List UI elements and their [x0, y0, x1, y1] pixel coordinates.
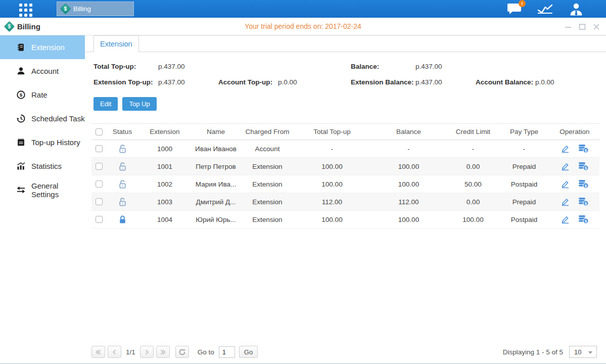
sidebar-item-extension[interactable]: Extension — [0, 35, 85, 59]
charged-from-cell: Extension — [240, 198, 295, 206]
balance-cell: 100.00 — [369, 180, 448, 188]
credit-limit-cell: 50.00 — [448, 180, 498, 188]
sidebar-item-topup-history[interactable]: Top-up History — [0, 130, 85, 154]
edit-pencil-icon[interactable] — [561, 144, 570, 153]
pay-type-cell: - — [498, 145, 550, 153]
operation-cell: $ — [550, 215, 599, 224]
resource-monitor-icon[interactable] — [537, 3, 553, 15]
maximize-button[interactable] — [579, 23, 586, 30]
billing-app-window: $ Billing ! — [0, 0, 606, 364]
row-checkbox[interactable] — [96, 163, 103, 170]
app-grid-icon[interactable] — [19, 4, 32, 17]
unlocked-icon — [118, 179, 127, 189]
balance-cell: 100.00 — [369, 163, 448, 170]
edit-pencil-icon[interactable] — [561, 162, 570, 171]
last-page-button[interactable] — [156, 346, 170, 358]
column-name: Name — [192, 128, 240, 135]
top-up-button[interactable]: Top Up — [122, 97, 156, 111]
name-cell: Дмитрий Д... — [192, 198, 240, 206]
name-cell: Петр Петров — [192, 163, 240, 170]
table-row: 1000 Иван Иванов Account - - - - — [91, 140, 599, 158]
status-cell — [107, 215, 138, 224]
sidebar-item-label: Rate — [31, 90, 48, 99]
summary-balance-block: Balance: p.437.00 Extension Balance: p.4… — [351, 59, 606, 90]
table-row: 1002 Мария Ива... Extension 100.00 100.0… — [91, 175, 599, 193]
billing-diamond-icon: $ — [60, 4, 71, 14]
notification-badge: ! — [519, 0, 526, 7]
sidebar-item-general-settings[interactable]: General Settings — [0, 178, 85, 202]
sidebar-item-label: Top-up History — [31, 138, 80, 147]
page-size-value: 10 — [574, 348, 581, 356]
pay-type-cell: Prepaid — [498, 163, 550, 170]
close-button[interactable] — [593, 23, 600, 30]
billing-diamond-icon: $ — [4, 21, 15, 31]
row-checkbox[interactable] — [96, 216, 103, 223]
column-status: Status — [107, 128, 138, 135]
balance-cell: 100.00 — [369, 216, 448, 223]
window-titlebar: $ Billing Your trial period ends on: 201… — [0, 18, 606, 35]
row-checkbox[interactable] — [96, 145, 103, 152]
main-content: Extension Total Top-up: p.437.00 Extensi… — [85, 35, 606, 364]
balance-cell: - — [369, 145, 448, 153]
edit-pencil-icon[interactable] — [561, 215, 570, 224]
go-button[interactable]: Go — [239, 346, 258, 358]
topup-coins-icon[interactable]: $ — [578, 197, 589, 206]
extension-topup-value: p.437.00 — [158, 78, 218, 86]
pagination-bar: 1/1 Go to Go Displaying 1 - 5 of — [91, 343, 597, 361]
goto-page-input[interactable] — [219, 346, 235, 358]
taskbar-tab-label: Billing — [73, 5, 91, 13]
topup-coins-icon[interactable]: $ — [578, 179, 589, 189]
sidebar-item-label: Account — [31, 67, 59, 75]
sidebar: Extension Account $ Rate — [0, 35, 85, 364]
notifications-chat-icon[interactable]: ! — [507, 3, 522, 15]
taskbar-billing-tab[interactable]: $ Billing — [57, 2, 134, 16]
extension-cell: 1002 — [138, 180, 192, 188]
topup-coins-icon[interactable]: $ — [578, 144, 589, 153]
locked-icon — [118, 215, 127, 224]
user-account-icon[interactable] — [569, 3, 584, 16]
sidebar-item-rate[interactable]: $ Rate — [0, 83, 85, 107]
topup-coins-icon[interactable]: $ — [578, 162, 589, 171]
row-checkbox[interactable] — [96, 180, 103, 188]
column-total-topup: Total Top-up — [295, 128, 369, 135]
account-topup-value: p.0.00 — [278, 78, 297, 86]
total-topup-label: Total Top-up: — [94, 63, 158, 70]
next-page-button[interactable] — [140, 346, 154, 358]
goto-label: Go to — [198, 348, 214, 356]
sidebar-item-account[interactable]: Account — [0, 59, 85, 83]
edit-pencil-icon[interactable] — [561, 179, 570, 189]
page-size-select[interactable]: 10 — [569, 346, 597, 358]
topup-coins-icon[interactable]: $ — [578, 215, 589, 224]
column-operation: Operation — [550, 128, 599, 135]
status-cell — [107, 144, 138, 154]
edit-button[interactable]: Edit — [94, 97, 118, 111]
chevron-down-icon — [588, 351, 592, 354]
credit-limit-cell: - — [448, 145, 498, 153]
balance-label: Balance: — [351, 63, 415, 70]
column-extension: Extension — [138, 128, 192, 135]
sidebar-item-statistics[interactable]: Statistics — [0, 154, 85, 178]
status-cell — [107, 162, 138, 171]
history-clock-icon — [16, 114, 26, 124]
pay-type-cell: Postpaid — [498, 180, 550, 188]
extension-balance-label: Extension Balance: — [351, 78, 415, 86]
notepad-icon — [16, 138, 26, 148]
row-checkbox[interactable] — [96, 198, 103, 205]
table-header: Status Extension Name Charged From Total… — [91, 123, 599, 140]
name-cell: Мария Ива... — [192, 180, 240, 188]
refresh-button[interactable] — [175, 346, 189, 358]
displaying-status: Displaying 1 - 5 of 5 — [503, 348, 563, 356]
first-page-button[interactable] — [91, 346, 105, 358]
edit-pencil-icon[interactable] — [561, 197, 570, 206]
operation-cell: $ — [550, 179, 599, 189]
tab-extension[interactable]: Extension — [94, 35, 139, 52]
dollar-circle-icon: $ — [16, 90, 26, 100]
credit-limit-cell: 100.00 — [448, 216, 498, 223]
ledger-icon — [16, 42, 26, 53]
sidebar-item-scheduled-task[interactable]: Scheduled Task — [0, 107, 85, 130]
svg-text:$: $ — [585, 184, 587, 188]
charged-from-cell: Extension — [240, 180, 295, 188]
minimize-button[interactable] — [565, 23, 572, 30]
previous-page-button[interactable] — [108, 346, 121, 358]
select-all-checkbox[interactable] — [96, 128, 103, 135]
